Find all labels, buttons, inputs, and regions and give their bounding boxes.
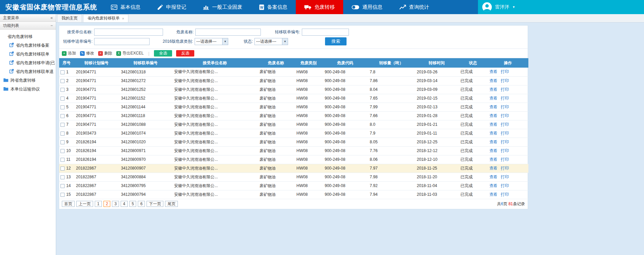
page-button[interactable]: 下一页 [147, 201, 163, 207]
sidebar-item-province-transfer[interactable]: 省内危废转移 [0, 32, 56, 41]
nav-item-hazardous-transfer[interactable]: 危废转移 [296, 0, 343, 14]
row-checkbox[interactable] [61, 158, 65, 162]
action-link[interactable]: 查看 [489, 131, 497, 136]
manifest-no-input[interactable] [302, 29, 349, 36]
cell-plan: 201822867 [74, 190, 119, 199]
cell-amount: 7.92 [368, 181, 415, 190]
action-link[interactable]: 打印 [501, 87, 509, 92]
sidebar-item-transport-agreement[interactable]: 本单位运输协议 [0, 85, 56, 94]
page-button[interactable]: 1 [95, 201, 102, 207]
action-link[interactable]: 查看 [489, 166, 497, 171]
page-button[interactable]: 上一页 [76, 201, 93, 207]
select-all-button[interactable]: 全选 [154, 50, 172, 57]
row-checkbox[interactable] [61, 123, 65, 127]
nav-item-declare[interactable]: 申报登记 [149, 0, 195, 14]
row-checkbox[interactable] [61, 149, 65, 153]
sidebar-minimize-icon[interactable]: − [50, 23, 53, 28]
close-icon[interactable]: × [122, 16, 124, 21]
table-row: 1020182619434120800971安徽中久润滑油有限公...废矿物油H… [59, 146, 528, 155]
action-link[interactable]: 打印 [501, 69, 509, 74]
action-link[interactable]: 打印 [501, 157, 509, 162]
action-link[interactable]: 查看 [489, 87, 497, 92]
status-select[interactable]: ---请选择--- ▼ [254, 38, 288, 45]
action-link[interactable]: 查看 [489, 140, 497, 144]
action-link[interactable]: 打印 [501, 175, 509, 179]
table-row: 920182619434120801020安徽中久润滑油有限公...废矿物油HW… [59, 138, 528, 146]
truck-icon [304, 4, 312, 10]
action-link[interactable]: 打印 [501, 140, 509, 144]
page-button[interactable]: 3 [112, 201, 119, 207]
waste-name-input[interactable] [195, 29, 261, 36]
action-link[interactable]: 查看 [489, 78, 497, 83]
tab-province-manifest[interactable]: 省内危废转移联单 × [83, 14, 128, 22]
sidebar-item-transfer-record[interactable]: 省内危废转移备案 [0, 41, 56, 50]
row-checkbox[interactable] [61, 175, 65, 179]
action-link[interactable]: 查看 [489, 113, 497, 118]
row-checkbox[interactable] [61, 184, 65, 188]
user-menu[interactable]: 雷洋洋 ▼ [478, 0, 644, 14]
nav-item-query-stats[interactable]: 查询统计 [391, 0, 438, 14]
action-link[interactable]: 查看 [489, 157, 497, 162]
action-link[interactable]: 打印 [501, 113, 509, 118]
action-link[interactable]: 打印 [501, 96, 509, 101]
row-checkbox[interactable] [61, 70, 65, 74]
delete-button[interactable]: × 删除 [98, 50, 112, 56]
action-link[interactable]: 查看 [489, 183, 497, 188]
sidebar-item-transfer-manifest[interactable]: 省内危废转移联单 [0, 50, 56, 59]
nav-item-general-info[interactable]: 通用信息 [343, 0, 391, 14]
add-button[interactable]: + 添加 [62, 50, 76, 56]
page-button[interactable]: 尾页 [165, 201, 178, 207]
invert-selection-button[interactable]: 反选 [176, 50, 194, 57]
sidebar-item-cross-province-transfer[interactable]: 跨省危废转移 [0, 76, 56, 85]
action-link[interactable]: 查看 [489, 105, 497, 109]
apply-no-input[interactable] [94, 38, 150, 45]
action-link[interactable]: 打印 [501, 131, 509, 136]
row-checkbox[interactable] [61, 97, 65, 101]
page-button[interactable]: 4 [121, 201, 128, 207]
action-link[interactable]: 查看 [489, 96, 497, 101]
page-button[interactable]: 6 [138, 201, 145, 207]
sidebar-collapse-icon[interactable]: « [50, 15, 53, 20]
edit-button[interactable]: ✎ 修改 [80, 50, 94, 56]
nav-item-industrial-waste[interactable]: 一般工业固废 [195, 0, 251, 14]
action-link[interactable]: 打印 [501, 166, 509, 171]
row-checkbox[interactable] [61, 193, 65, 197]
search-button[interactable]: 搜索 [325, 37, 347, 45]
sidebar-title: 主要菜单 [3, 15, 19, 21]
sidebar-section-title: 功能列表 [3, 23, 19, 29]
export-excel-button[interactable]: X 导出EXCEL [116, 50, 144, 56]
page-button[interactable]: 5 [129, 201, 136, 207]
nav-item-basic-info[interactable]: 基本信息 [103, 0, 149, 14]
action-link[interactable]: 查看 [489, 192, 497, 197]
external-link-icon [9, 60, 14, 66]
tab-my-home[interactable]: 我的主页 [57, 14, 82, 22]
row-checkbox[interactable] [61, 132, 65, 136]
page-button[interactable]: 首页 [62, 201, 75, 207]
action-link[interactable]: 查看 [489, 122, 497, 127]
nav-label: 一般工业固废 [212, 4, 242, 10]
action-link[interactable]: 打印 [501, 78, 509, 83]
row-checkbox[interactable] [61, 167, 65, 171]
row-checkbox[interactable] [61, 79, 65, 83]
action-link[interactable]: 查看 [489, 175, 497, 179]
action-link[interactable]: 打印 [501, 105, 509, 109]
action-link[interactable]: 查看 [489, 148, 497, 153]
action-link[interactable]: 查看 [489, 69, 497, 74]
action-link[interactable]: 打印 [501, 192, 509, 197]
sidebar-item-manifest-return[interactable]: 省内危废转移联单退 [0, 67, 56, 76]
cell-status: 已完成 [458, 129, 487, 138]
row-checkbox[interactable] [61, 88, 65, 92]
row-checkbox[interactable] [61, 114, 65, 118]
action-link[interactable]: 打印 [501, 122, 509, 127]
sidebar-item-transfer-apply[interactable]: 省内危废转移申请(已 [0, 59, 56, 67]
nav-label: 备案信息 [267, 4, 287, 10]
row-checkbox[interactable] [61, 105, 65, 109]
waste-category-select[interactable]: ---请选择--- ▼ [195, 38, 228, 45]
cell-manifest: 34120801020 [119, 138, 172, 146]
receive-unit-input[interactable] [94, 29, 163, 36]
action-link[interactable]: 打印 [501, 148, 509, 153]
nav-item-record-info[interactable]: W 备案信息 [251, 0, 296, 14]
row-checkbox[interactable] [61, 140, 65, 144]
action-link[interactable]: 打印 [501, 183, 509, 188]
page-button[interactable]: 2 [104, 201, 111, 207]
